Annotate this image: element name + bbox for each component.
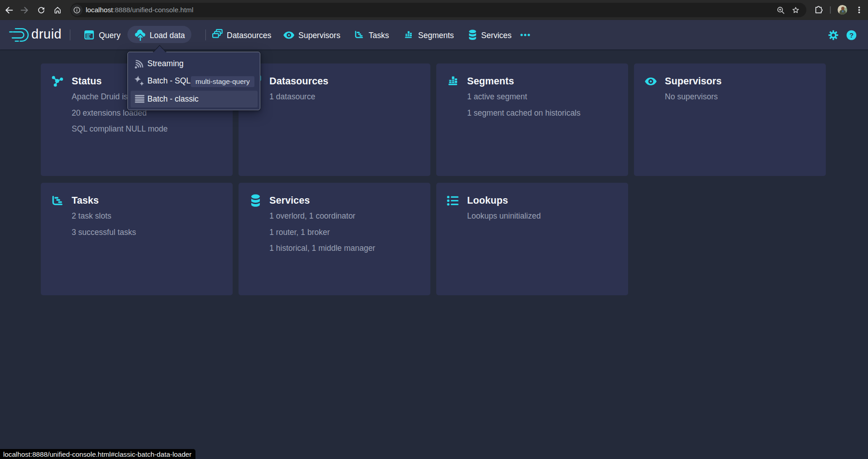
svg-text:?: ? [849, 31, 853, 39]
